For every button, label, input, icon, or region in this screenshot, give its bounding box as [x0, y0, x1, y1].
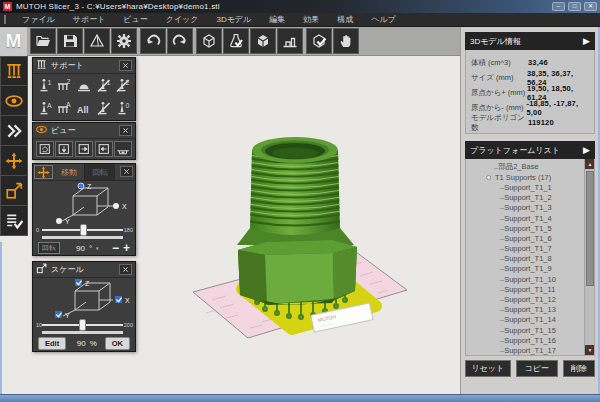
reset-button[interactable]: リセット	[465, 360, 511, 377]
sidebar-eye-button[interactable]	[0, 86, 28, 116]
undo-button[interactable]	[140, 28, 166, 54]
menu-item-quick[interactable]: クイック	[157, 14, 208, 25]
edit-button[interactable]: Edit	[38, 337, 66, 350]
scroll-down-icon[interactable]: ▼	[585, 345, 595, 355]
tree-expander-icon[interactable]	[486, 175, 491, 180]
tree-item-support[interactable]: Support_T1_11	[472, 284, 582, 294]
menu-item-effect[interactable]: 効果	[294, 14, 328, 25]
package-button[interactable]	[250, 28, 276, 54]
support-panel-close-icon[interactable]	[119, 60, 132, 71]
axis-x-radio[interactable]	[113, 203, 119, 209]
move-slider-thumb[interactable]	[80, 224, 87, 236]
tree-item-support[interactable]: Support_T1_16	[472, 335, 582, 345]
move-slider-groove[interactable]	[42, 236, 123, 239]
cube-check-button[interactable]	[306, 28, 332, 54]
menu-item-help[interactable]: ヘルプ	[362, 14, 405, 25]
hand-button[interactable]	[333, 28, 359, 54]
tree-item-support[interactable]: Support_T1_4	[472, 213, 582, 223]
scale-y-checkbox[interactable]	[55, 311, 62, 318]
move-panel-close-icon[interactable]	[120, 166, 133, 177]
copy-button[interactable]: コピー	[516, 360, 558, 377]
ok-button[interactable]: OK	[105, 337, 130, 350]
tree-item-support[interactable]: Support_T1_13	[472, 305, 582, 315]
support-single-0-button[interactable]: 0	[114, 99, 133, 118]
scale-slider-track[interactable]	[42, 324, 123, 326]
sidebar-checklist-button[interactable]	[0, 206, 28, 236]
pyramid-button[interactable]	[84, 28, 110, 54]
angle-dropdown-icon[interactable]: ▾	[96, 245, 99, 251]
menu-item-config[interactable]: 構成	[328, 14, 362, 25]
delete-button[interactable]: 削除	[563, 360, 595, 377]
scale-slider-groove[interactable]	[42, 331, 123, 334]
menu-item-support[interactable]: サポート	[64, 14, 115, 25]
close-button[interactable]: ✕	[584, 2, 597, 11]
scale-panel-close-icon[interactable]	[119, 264, 132, 275]
tree-item-support[interactable]: Support_T1_17	[472, 345, 582, 355]
view-front-button[interactable]	[55, 141, 73, 157]
support-remove-button[interactable]	[94, 99, 113, 118]
gear-button[interactable]	[111, 28, 137, 54]
scale-z-checkbox[interactable]	[75, 279, 82, 286]
tree-item-support[interactable]: Support_T1_12	[472, 294, 582, 304]
tree-item-support[interactable]: Support_T1_3	[472, 203, 582, 213]
sidebar-scale-button[interactable]	[0, 176, 28, 206]
menu-item-3d-model[interactable]: 3Dモデル	[207, 14, 260, 25]
menu-item-view[interactable]: ビュー	[114, 14, 156, 25]
scrollbar-thumb[interactable]	[586, 171, 594, 286]
view-left-button[interactable]	[95, 141, 113, 157]
scale-slider-thumb[interactable]	[79, 319, 86, 331]
view-box-button[interactable]	[196, 28, 222, 54]
tree-item-supports-group[interactable]: T1 Supports (17)	[472, 172, 582, 182]
tree-item-base[interactable]: 部品2_Base	[472, 162, 582, 172]
folder-open-button[interactable]	[30, 28, 56, 54]
axis-z-radio[interactable]	[78, 183, 84, 189]
support-all-button[interactable]: All	[74, 99, 93, 118]
tree-item-support[interactable]: Support_T1_9	[472, 264, 582, 274]
model-threads[interactable]	[248, 137, 342, 237]
scroll-up-icon[interactable]: ▲	[585, 159, 595, 169]
rotate-step-button[interactable]: 回転	[38, 242, 60, 254]
tab-rotate[interactable]: 回転	[84, 164, 115, 180]
view-bed-button[interactable]	[114, 141, 132, 157]
tree-item-support[interactable]: Support_T1_8	[472, 254, 582, 264]
tree-item-support[interactable]: Support_T1_2	[472, 193, 582, 203]
tab-move[interactable]: 移動	[54, 164, 84, 180]
move-slider-track[interactable]	[42, 229, 123, 231]
flask-check-button[interactable]	[223, 28, 249, 54]
redo-button[interactable]	[167, 28, 193, 54]
view-rotate-button[interactable]	[36, 141, 54, 157]
menu-item-edit[interactable]: 編集	[260, 14, 294, 25]
support-single-a-button[interactable]: A	[35, 99, 54, 118]
axis-y-radio[interactable]	[56, 218, 62, 224]
support-dome-button[interactable]	[74, 76, 93, 95]
menu-item-file[interactable]: ファイル	[13, 14, 64, 25]
support-remove-2-button[interactable]: 2	[114, 76, 133, 95]
rotate-plus-button[interactable]: +	[123, 243, 130, 253]
view-right-button[interactable]	[75, 141, 93, 157]
platform-button[interactable]	[277, 28, 303, 54]
support-table-a-button[interactable]: A	[55, 99, 74, 118]
maximize-button[interactable]: □	[568, 2, 581, 11]
support-table-2-button[interactable]: 2	[55, 76, 74, 95]
scale-x-checkbox[interactable]	[115, 296, 122, 303]
tree-item-support[interactable]: Support_T1_5	[472, 223, 582, 233]
tree-item-support[interactable]: Support_T1_1	[472, 182, 582, 192]
sidebar-supports-button[interactable]	[0, 56, 28, 86]
model-hex-body[interactable]	[237, 228, 357, 305]
tree-item-support[interactable]: Support_T1_6	[472, 233, 582, 243]
model-info-expand-icon[interactable]: ▶	[583, 36, 590, 46]
tree-item-support[interactable]: Support_T1_15	[472, 325, 582, 335]
tree-item-support[interactable]: Support_T1_7	[472, 244, 582, 254]
support-single-1-button[interactable]: 1	[35, 76, 54, 95]
sidebar-move-button[interactable]	[0, 146, 28, 176]
minimize-button[interactable]: –	[552, 2, 565, 11]
rotate-minus-button[interactable]: −	[112, 243, 119, 253]
save-button[interactable]	[57, 28, 83, 54]
support-remove-1-button[interactable]: 1	[94, 76, 113, 95]
sidebar-double-chevron-button[interactable]	[0, 116, 28, 146]
platform-list-expand-icon[interactable]: ▶	[583, 145, 590, 155]
view-panel-close-icon[interactable]	[119, 125, 132, 136]
tree-item-support[interactable]: Support_T1_10	[472, 274, 582, 284]
platform-list-scrollbar[interactable]: ▲ ▼	[584, 159, 594, 355]
tree-item-support[interactable]: Support_T1_14	[472, 315, 582, 325]
